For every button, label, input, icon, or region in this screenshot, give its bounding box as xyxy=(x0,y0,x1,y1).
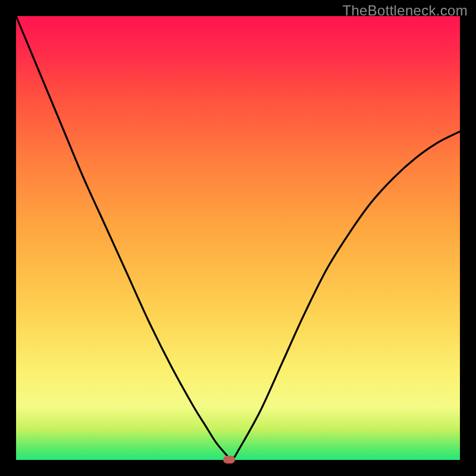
chart-plot-area xyxy=(16,16,460,460)
bottleneck-curve xyxy=(16,16,460,460)
optimal-point-marker xyxy=(223,456,235,464)
chart-frame: TheBottleneck.com xyxy=(0,0,476,476)
watermark-text: TheBottleneck.com xyxy=(342,2,468,19)
